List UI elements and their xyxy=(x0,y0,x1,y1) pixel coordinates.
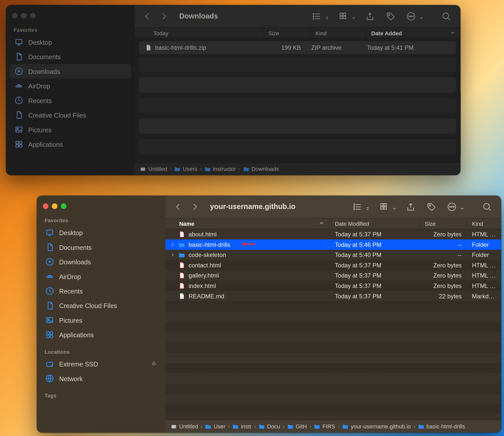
sidebar-item-label: Recents xyxy=(28,97,52,104)
path-crumb[interactable]: basic-html-drills xyxy=(418,423,465,429)
file-list[interactable]: about.html Today at 5:37 PM Zero bytes H… xyxy=(165,229,501,419)
col-name[interactable]: Today xyxy=(135,28,263,38)
sidebar-item-downloads[interactable]: Downloads xyxy=(40,254,162,269)
back-button[interactable] xyxy=(173,202,183,212)
file-name: basic-html-drills.zip xyxy=(155,44,206,51)
zoom-button[interactable] xyxy=(30,13,36,19)
path-label: basic-html-drills xyxy=(426,423,465,429)
disclosure-triangle[interactable] xyxy=(171,253,175,257)
path-crumb[interactable]: Docu xyxy=(258,423,280,429)
path-crumb[interactable]: Untitled xyxy=(140,166,167,172)
clock-icon xyxy=(14,96,23,105)
sidebar-item-desktop[interactable]: Desktop xyxy=(40,225,162,240)
close-button[interactable] xyxy=(12,13,18,19)
sidebar-item-documents[interactable]: Documents xyxy=(9,49,131,64)
path-crumb[interactable]: Untitled xyxy=(171,423,198,429)
airdrop-icon xyxy=(14,82,23,90)
file-row[interactable]: basic-html-drills.zip 199 KB ZIP archive… xyxy=(139,41,456,54)
path-label: GitH xyxy=(296,423,307,429)
file-date: Today at 5:40 PM xyxy=(330,251,420,258)
col-name[interactable]: Name xyxy=(165,218,329,229)
sidebar-item-airdrop[interactable]: AirDrop xyxy=(9,78,131,93)
file-size: -- xyxy=(420,251,467,258)
file-row[interactable]: about.html Today at 5:37 PM Zero bytes H… xyxy=(165,229,501,239)
path-crumb[interactable]: FIRS xyxy=(314,423,335,429)
file-name: about.html xyxy=(189,231,217,238)
sidebar-item-extreme ssd[interactable]: Extreme SSD xyxy=(40,357,162,371)
file-row[interactable]: contact.html Today at 5:37 PM Zero bytes… xyxy=(165,260,501,270)
sidebar-item-pictures[interactable]: Pictures xyxy=(40,313,162,327)
share-button[interactable] xyxy=(363,11,376,22)
path-bar[interactable]: Untitled › User › instr › Docu › GitH › … xyxy=(165,420,501,433)
doc-icon xyxy=(45,301,54,310)
file-date: Today at 5:37 PM xyxy=(330,272,420,279)
desktop-icon xyxy=(14,38,23,46)
sidebar-item-applications[interactable]: Applications xyxy=(9,137,131,151)
chevron-right-icon: › xyxy=(201,423,202,429)
path-label: FIRS xyxy=(322,423,335,429)
back-button[interactable] xyxy=(142,12,152,21)
file-list[interactable]: basic-html-drills.zip 199 KB ZIP archive… xyxy=(135,39,460,162)
sidebar-item-network[interactable]: Network xyxy=(40,371,162,386)
path-crumb[interactable]: instructor xyxy=(204,166,236,172)
view-list-button[interactable] xyxy=(310,11,329,22)
col-date-modified[interactable]: Date Modified xyxy=(330,218,420,229)
minimize-button[interactable] xyxy=(21,13,27,19)
sidebar-item-label: Applications xyxy=(59,331,94,338)
search-button[interactable] xyxy=(480,201,493,213)
view-list-button[interactable] xyxy=(351,201,370,213)
col-kind[interactable]: Kind xyxy=(310,28,366,38)
file-row[interactable]: code-skeleton Today at 5:40 PM -- Folder xyxy=(165,250,501,260)
zoom-button[interactable] xyxy=(61,203,66,209)
eject-icon[interactable] xyxy=(151,360,157,368)
file-kind: HTML tex xyxy=(467,262,501,269)
path-bar[interactable]: Untitled › Users › instructor › Download… xyxy=(135,162,460,175)
file-row[interactable]: index.html Today at 5:37 PM Zero bytes H… xyxy=(165,281,501,291)
file-row[interactable]: README.md Today at 5:37 PM 22 bytes Mark… xyxy=(165,291,501,301)
col-kind[interactable]: Kind xyxy=(467,218,501,229)
sidebar-item-recents[interactable]: Recents xyxy=(9,93,131,108)
sidebar-item-label: Extreme SSD xyxy=(59,360,98,368)
col-size[interactable]: Size xyxy=(420,218,467,229)
close-button[interactable] xyxy=(43,203,48,209)
actions-button[interactable] xyxy=(405,11,423,22)
sidebar-item-label: Recents xyxy=(59,287,83,295)
file-row[interactable]: basic-html-drills ⟵ Today at 5:46 PM -- … xyxy=(165,239,501,250)
forward-button[interactable] xyxy=(190,202,200,212)
view-grid-button[interactable] xyxy=(337,11,356,22)
view-grid-button[interactable] xyxy=(378,201,396,213)
sidebar: Favorites DesktopDocumentsDownloadsAirDr… xyxy=(6,5,135,175)
col-date-added[interactable]: Date Added xyxy=(366,28,460,38)
sidebar-item-airdrop[interactable]: AirDrop xyxy=(40,269,162,284)
file-name: gallery.html xyxy=(189,272,219,279)
sidebar-item-creative cloud files[interactable]: Creative Cloud Files xyxy=(40,298,162,313)
path-crumb[interactable]: User xyxy=(205,423,225,429)
sidebar-item-desktop[interactable]: Desktop xyxy=(9,35,131,49)
tags-button[interactable] xyxy=(425,201,438,213)
actions-button[interactable] xyxy=(445,201,464,213)
file-kind: Folder xyxy=(467,241,501,248)
sidebar-item-applications[interactable]: Applications xyxy=(40,327,162,342)
minimize-button[interactable] xyxy=(52,203,57,209)
forward-button[interactable] xyxy=(160,12,169,21)
path-crumb[interactable]: instr xyxy=(232,423,251,429)
path-crumb[interactable]: GitH xyxy=(287,423,307,429)
file-kind: ZIP archive xyxy=(306,44,362,51)
path-crumb[interactable]: Users xyxy=(174,166,197,172)
sidebar-item-recents[interactable]: Recents xyxy=(40,284,162,298)
sidebar-item-label: Applications xyxy=(28,140,63,148)
col-size[interactable]: Size xyxy=(263,28,310,38)
sidebar-item-label: Documents xyxy=(59,244,92,251)
path-crumb[interactable]: Downloads xyxy=(243,166,279,172)
sidebar-item-pictures[interactable]: Pictures xyxy=(9,122,131,137)
sidebar-item-creative cloud files[interactable]: Creative Cloud Files xyxy=(9,108,131,122)
tags-button[interactable] xyxy=(384,11,397,22)
file-size: 22 bytes xyxy=(420,293,467,300)
share-button[interactable] xyxy=(404,201,417,213)
sidebar-item-downloads[interactable]: Downloads xyxy=(9,64,131,78)
search-button[interactable] xyxy=(440,11,453,22)
path-crumb[interactable]: your-username.github.io xyxy=(342,423,411,429)
file-row[interactable]: gallery.html Today at 5:37 PM Zero bytes… xyxy=(165,270,501,281)
disclosure-triangle[interactable] xyxy=(171,243,175,247)
sidebar-item-documents[interactable]: Documents xyxy=(40,240,162,254)
